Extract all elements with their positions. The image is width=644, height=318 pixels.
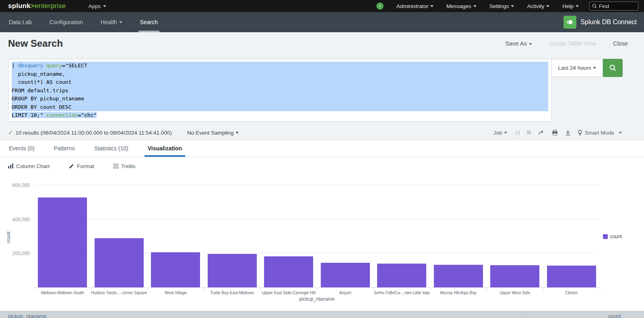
search-section: | dbxquery query="SELECT pickup_ntaname,…: [0, 55, 644, 125]
chevron-down-icon: [619, 132, 622, 134]
legend-label: count: [610, 234, 622, 239]
chevron-down-icon: [529, 43, 532, 45]
bar-2[interactable]: [95, 238, 144, 287]
tab-visualization[interactable]: Visualization: [147, 145, 183, 157]
query-line: GROUP BY pickup_ntaname: [12, 95, 548, 103]
search-mode-menu[interactable]: Smart Mode: [578, 130, 622, 136]
chevron-down-icon: [576, 5, 579, 7]
query-line: FROM default.trips: [12, 87, 548, 95]
search-icon: [609, 64, 617, 72]
y-tick-label: 600,000: [0, 183, 30, 188]
page-header: New Search Save As Create Table View Clo…: [0, 32, 644, 55]
bar-3[interactable]: [151, 252, 200, 287]
statistics-table-header: pickup_ntaname count: [0, 311, 644, 318]
search-query-input[interactable]: | dbxquery query="SELECT pickup_ntaname,…: [8, 59, 552, 122]
chart-type-picker[interactable]: Column Chart: [8, 163, 50, 169]
close-button[interactable]: Close: [613, 40, 628, 47]
menu-administrator[interactable]: Administrator: [390, 3, 440, 9]
share-icon[interactable]: [538, 130, 545, 135]
chart-legend[interactable]: count: [603, 234, 622, 239]
x-category-label: Hudson Yards-...-Union Square: [91, 291, 148, 295]
nav-search[interactable]: Search: [131, 12, 167, 32]
search-button[interactable]: [603, 59, 623, 77]
menu-activity[interactable]: Activity: [520, 3, 556, 9]
db-connect-app-icon[interactable]: [564, 16, 576, 29]
find-input[interactable]: [599, 3, 635, 9]
column-header-pickup-ntaname[interactable]: pickup_ntaname: [8, 313, 46, 318]
nav-configuration[interactable]: Configuration: [41, 12, 92, 32]
x-category-label: Upper East Side-Carnegie Hill: [260, 291, 317, 295]
trellis-button[interactable]: Trellis: [114, 163, 136, 169]
bar-8[interactable]: [434, 265, 483, 287]
x-category-label: Upper West Side: [487, 291, 543, 295]
query-line: ORDER BY count DESC: [12, 103, 548, 112]
nav-data-lab[interactable]: Data Lab: [0, 12, 41, 32]
chevron-down-icon: [119, 21, 122, 23]
tab-statistics[interactable]: Statistics (10): [93, 145, 129, 157]
results-summary: 10 results (08/04/2024 11:00:00.000 to 0…: [16, 130, 172, 136]
chevron-down-icon: [473, 5, 477, 7]
lightbulb-icon: [578, 130, 582, 136]
x-axis-labels: Midtown-Midtown SouthHudson Yards-...-Un…: [34, 291, 600, 295]
nav-health[interactable]: Health: [92, 12, 131, 32]
splunk-logo[interactable]: splunk>enterprise: [8, 2, 66, 10]
bar-5[interactable]: [264, 256, 313, 287]
stop-icon[interactable]: [527, 131, 531, 135]
print-icon[interactable]: [552, 130, 558, 135]
pause-icon[interactable]: [516, 131, 520, 135]
chevron-down-icon: [430, 5, 433, 7]
x-category-label: SoHo-TriBeCa-...nter-Little Italy: [374, 291, 430, 295]
x-axis-title: pickup_ntaname: [34, 296, 600, 302]
tab-events[interactable]: Events (0): [8, 145, 35, 157]
format-button[interactable]: Format: [69, 163, 94, 169]
bar-1[interactable]: [38, 197, 87, 287]
legend-swatch: [603, 234, 608, 239]
y-tick-label: 400,000: [0, 217, 30, 222]
menu-settings[interactable]: Settings: [483, 3, 521, 9]
trellis-icon: [114, 164, 118, 168]
column-header-count[interactable]: count: [527, 311, 644, 318]
results-bar: ✓ 10 results (08/04/2024 11:00:00.000 to…: [0, 125, 644, 140]
bar-10[interactable]: [547, 266, 596, 287]
y-axis-ticks: 200,000400,000600,000: [0, 181, 31, 288]
find-box: [589, 2, 638, 10]
query-line: | dbxquery query="SELECT: [12, 62, 548, 70]
bar-7[interactable]: [377, 264, 426, 287]
time-range-picker[interactable]: Last 24 hours: [552, 59, 603, 77]
job-menu[interactable]: Job: [493, 130, 508, 136]
top-bar: splunk>enterprise Apps ✓ Administrator M…: [0, 0, 644, 12]
x-category-label: Clinton: [543, 291, 600, 295]
plug-icon: [566, 18, 574, 26]
chevron-down-icon: [103, 5, 106, 7]
x-category-label: Turtle Bay-East Midtown: [204, 291, 261, 295]
event-sampling-menu[interactable]: No Event Sampling: [187, 130, 239, 136]
chevron-down-icon: [546, 5, 549, 7]
chevron-down-icon: [235, 132, 239, 134]
search-icon: [592, 4, 597, 8]
query-line: count(*) AS count: [12, 78, 548, 87]
x-category-label: Airport: [317, 291, 374, 295]
bar-9[interactable]: [490, 265, 539, 287]
health-status-icon[interactable]: ✓: [376, 2, 384, 10]
visualization-controls: Column Chart Format Trellis: [0, 157, 644, 175]
save-as-button[interactable]: Save As: [506, 40, 532, 47]
query-line: LIMIT 10;" connection="chc": [12, 111, 548, 120]
column-chart-icon: [8, 164, 13, 168]
apps-menu[interactable]: Apps: [89, 3, 106, 9]
tab-patterns[interactable]: Patterns: [53, 145, 76, 157]
plot-area: [34, 181, 600, 288]
success-check-icon: ✓: [8, 129, 13, 136]
query-line: pickup_ntaname,: [12, 70, 548, 79]
create-table-view-button[interactable]: Create Table View: [549, 40, 596, 47]
bar-4[interactable]: [208, 254, 257, 287]
result-tabs: Events (0) Patterns Statistics (10) Visu…: [0, 140, 644, 157]
menu-help[interactable]: Help: [556, 3, 585, 9]
bar-6[interactable]: [321, 263, 370, 287]
x-category-label: West Village: [147, 291, 204, 295]
chevron-down-icon: [511, 5, 514, 7]
menu-messages[interactable]: Messages: [440, 3, 483, 9]
export-icon[interactable]: [565, 130, 571, 136]
app-nav-bar: Data Lab Configuration Health Search Spl…: [0, 12, 644, 32]
x-category-label: Murray Hill-Kips Bay: [430, 291, 487, 295]
chevron-down-icon: [593, 67, 596, 69]
